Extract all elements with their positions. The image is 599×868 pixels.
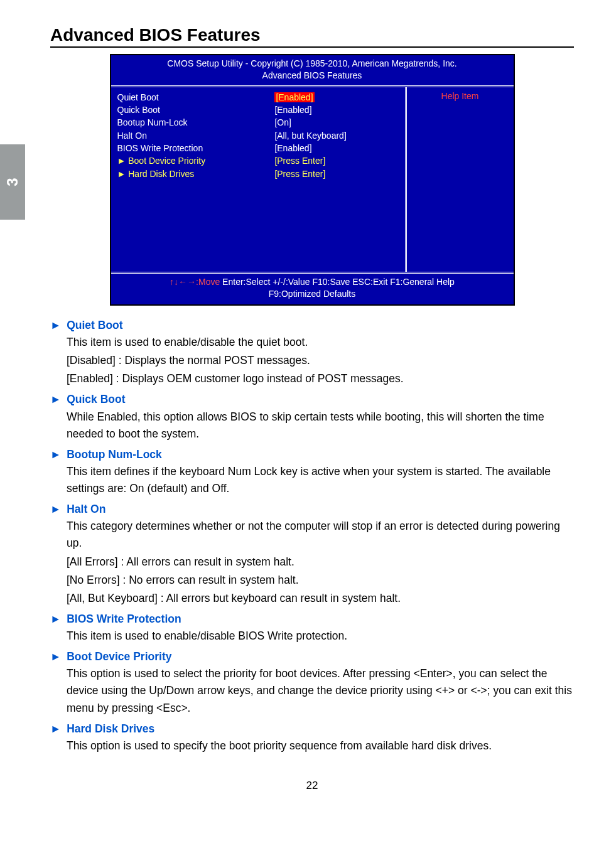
bios-nav-rest: Enter:Select +/-/:Value F10:Save ESC:Exi… [220, 277, 455, 287]
section-paragraph: This option is used to select the priori… [67, 665, 574, 716]
bios-row-label: Bootup Num-Lock [117, 116, 275, 129]
bios-footer-line2: F9:Optimized Defaults [115, 288, 510, 301]
section-title: BIOS Write Protection [63, 613, 181, 625]
section-title: Quiet Boot [63, 319, 122, 331]
section-paragraph: [Enabled] : Displays OEM customer logo i… [67, 370, 574, 387]
section-paragraph: This item is used to enable/disable the … [67, 334, 574, 351]
bios-nav-move: ↑↓←→:Move [170, 277, 220, 287]
bios-row-value: [Press Enter] [274, 168, 398, 180]
section-paragraph: This item is used to enable/disable BIOS… [67, 628, 574, 645]
bios-row-value: [Enabled] [274, 91, 398, 104]
bios-row-value: [All, but Keyboard] [274, 129, 398, 142]
triangle-icon: ► [50, 448, 61, 461]
bios-settings-pane: Quiet BootQuick BootBootup Num-LockHalt … [111, 87, 407, 272]
section-title: Bootup Num-Lock [63, 448, 162, 461]
section-title: Quick Boot [63, 393, 125, 405]
section-heading: ► Boot Device Priority [50, 648, 574, 665]
section-heading: ► Quiet Boot [50, 317, 574, 334]
section-paragraph: [No Errors] : No errors can result in sy… [67, 572, 574, 589]
section-title: Halt On [63, 503, 105, 515]
triangle-icon: ► [50, 393, 61, 405]
section-heading: ► Hard Disk Drives [50, 721, 574, 737]
section-heading: ► Bootup Num-Lock [50, 446, 574, 463]
bios-row-label: BIOS Write Protection [117, 142, 275, 154]
page-number: 22 [50, 780, 574, 792]
bios-row-value: [Press Enter] [274, 154, 398, 167]
section-title: Boot Device Priority [63, 650, 171, 663]
triangle-icon: ► [50, 650, 61, 663]
section-paragraph: [All Errors] : All errors can result in … [67, 554, 574, 571]
section-heading: ► BIOS Write Protection [50, 611, 574, 628]
bios-row-label: ► Hard Disk Drives [117, 168, 275, 180]
page-title: Advanced BIOS Features [50, 25, 574, 48]
documentation-body: ► Quiet BootThis item is used to enable/… [50, 317, 574, 754]
section-heading: ► Quick Boot [50, 391, 574, 408]
side-chapter-number: 3 [4, 178, 21, 186]
section-title: Hard Disk Drives [63, 722, 154, 735]
triangle-icon: ► [50, 319, 61, 331]
bios-footer: ↑↓←→:Move Enter:Select +/-/:Value F10:Sa… [111, 274, 514, 304]
triangle-icon: ► [50, 503, 61, 515]
section-paragraph: [All, But Keyboard] : All errors but key… [67, 590, 574, 607]
bios-help-pane: Help Item [407, 87, 514, 272]
bios-screenshot: CMOS Setup Utility - Copyright (C) 1985-… [110, 54, 515, 306]
bios-header: CMOS Setup Utility - Copyright (C) 1985-… [111, 55, 514, 85]
bios-row-label: Halt On [117, 129, 275, 142]
side-chapter-tab: 3 [0, 144, 25, 220]
section-paragraph: [Disabled] : Displays the normal POST me… [67, 352, 574, 369]
section-paragraph: This option is used to specify the boot … [67, 737, 574, 754]
bios-row-value: [Enabled] [274, 104, 398, 116]
bios-row-value: [Enabled] [274, 142, 398, 154]
section-paragraph: This item defines if the keyboard Num Lo… [67, 463, 574, 497]
bios-header-line1: CMOS Setup Utility - Copyright (C) 1985-… [116, 58, 509, 70]
section-heading: ► Halt On [50, 501, 574, 518]
triangle-icon: ► [50, 613, 61, 625]
triangle-icon: ► [50, 722, 61, 735]
bios-row-value: [On] [274, 116, 398, 129]
bios-row-label: ► Boot Device Priority [117, 154, 275, 167]
bios-help-title: Help Item [412, 91, 509, 101]
section-paragraph: While Enabled, this option allows BIOS t… [67, 409, 574, 442]
section-paragraph: This category determines whether or not … [67, 518, 574, 552]
bios-row-label: Quick Boot [117, 104, 275, 116]
bios-row-label: Quiet Boot [117, 91, 275, 104]
bios-header-line2: Advanced BIOS Features [116, 70, 509, 82]
